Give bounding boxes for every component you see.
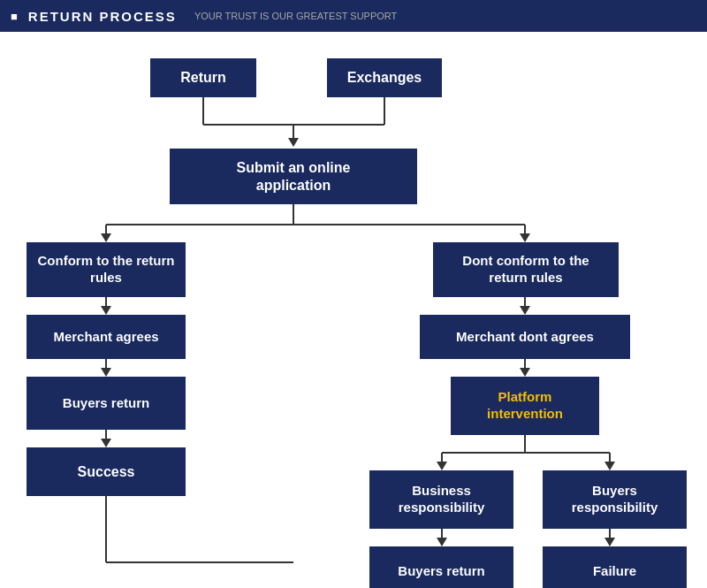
svg-marker-8 — [101, 233, 111, 242]
platform-box: Platform intervention — [451, 377, 599, 435]
svg-marker-21 — [520, 306, 530, 315]
svg-marker-15 — [101, 368, 111, 377]
business-resp-box: Business responsibility — [369, 470, 513, 529]
header-icon: ■ — [11, 10, 18, 23]
header: ■ RETURN PROCESS YOUR TRUST IS OUR GREAT… — [0, 0, 707, 32]
failure-box: Failure — [543, 546, 687, 588]
conform-box: Conform to the return rules — [27, 242, 186, 297]
return-box: Return — [150, 58, 256, 97]
exchanges-box: Exchanges — [327, 58, 442, 97]
success-box: Success — [27, 447, 186, 496]
svg-marker-11 — [520, 233, 530, 242]
header-title: RETURN PROCESS — [28, 9, 177, 24]
svg-marker-4 — [288, 138, 299, 147]
svg-marker-33 — [604, 538, 615, 546]
buyers-return-left-box: Buyers return — [27, 377, 186, 430]
svg-marker-31 — [437, 538, 447, 546]
svg-marker-27 — [437, 462, 447, 470]
buyers-return-right-box: Buyers return — [369, 546, 513, 588]
merchant-agrees-box: Merchant agrees — [27, 315, 186, 359]
svg-marker-29 — [604, 462, 615, 470]
dont-conform-box: Dont conform to the return rules — [433, 242, 619, 297]
submit-box: Submit an online application — [170, 149, 417, 204]
svg-marker-23 — [520, 368, 530, 377]
buyers-resp-box: Buyers responsibility — [543, 470, 687, 529]
merchant-dont-box: Merchant dont agrees — [420, 315, 630, 359]
svg-marker-13 — [101, 306, 111, 315]
header-subtitle: YOUR TRUST IS OUR GREATEST SUPPORT — [194, 11, 397, 21]
svg-marker-17 — [101, 439, 111, 447]
diagram: Return Exchanges Submit an online applic… — [0, 32, 707, 588]
